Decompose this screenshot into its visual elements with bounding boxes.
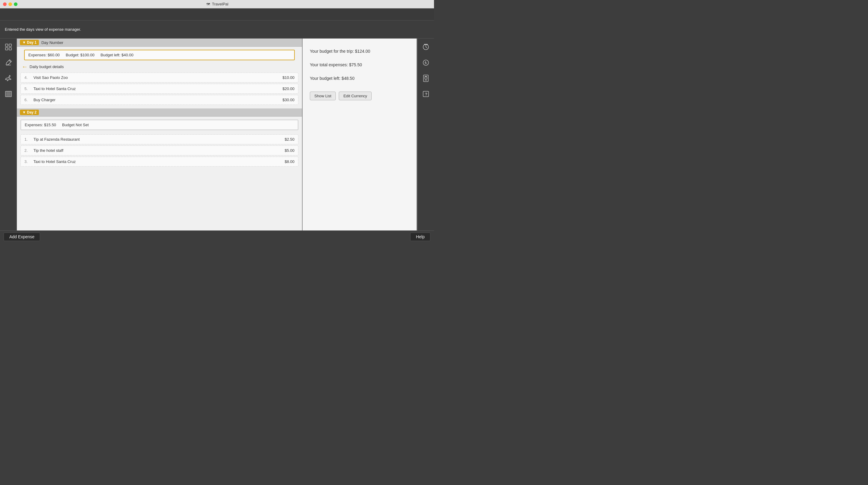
currency-icon[interactable]: ₺ bbox=[421, 57, 431, 68]
day1-budget-label: Budget: $100.00 bbox=[66, 53, 94, 57]
day2-expense-list: 1. Tip at Fazenda Restaurant $2.50 2. Ti… bbox=[17, 133, 302, 170]
center-area: ▼ Day 1 Day Number Expenses: $60.00 Budg… bbox=[17, 38, 417, 230]
svg-point-18 bbox=[425, 77, 427, 79]
main-area: ▼ Day 1 Day Number Expenses: $60.00 Budg… bbox=[0, 38, 434, 230]
day1-budget: Expenses: $60.00 Budget: $100.00 Budget … bbox=[24, 50, 295, 60]
budget-left-text: Your budget left: $48.50 bbox=[310, 75, 409, 82]
day2-budget-not-set: Budget Not Set bbox=[62, 123, 89, 127]
window-controls[interactable] bbox=[3, 2, 18, 6]
maximize-button[interactable] bbox=[14, 2, 18, 6]
add-expense-button[interactable]: Add Expense bbox=[4, 232, 40, 241]
svg-rect-1 bbox=[9, 44, 11, 46]
day2-tag: ▼ Day 2 bbox=[20, 110, 39, 115]
expense-item[interactable]: 4. Visit Sao Paolo Zoo $10.00 bbox=[21, 73, 299, 83]
budget-annotation-arrow: ← bbox=[22, 63, 28, 70]
passport-icon[interactable] bbox=[421, 73, 431, 84]
sidebar-edit[interactable] bbox=[3, 57, 14, 68]
svg-text:₺: ₺ bbox=[425, 61, 427, 65]
title-bar: 🗺 TravelPal bbox=[0, 0, 434, 8]
expense-item[interactable]: 2. Tip the hotel staff $5.00 bbox=[21, 146, 299, 156]
total-expenses-text: Your total expenses: $75.50 bbox=[310, 61, 409, 69]
close-button[interactable] bbox=[3, 2, 7, 6]
expense-item[interactable]: 1. Tip at Fazenda Restaurant $2.50 bbox=[21, 134, 299, 144]
svg-rect-2 bbox=[5, 47, 8, 50]
day1-budget-left-label: Budget left: $40.00 bbox=[101, 53, 133, 57]
right-sidebar: ₺ ? bbox=[417, 38, 434, 230]
status-message: Entered the days view of expense manager… bbox=[5, 27, 81, 32]
summary-panel: Your budget for the trip: $124.00 Your t… bbox=[303, 38, 417, 230]
sidebar-flight[interactable] bbox=[3, 73, 14, 84]
day1-expense-list: 4. Visit Sao Paolo Zoo $10.00 5. Taxi to… bbox=[17, 71, 302, 108]
left-sidebar bbox=[0, 38, 17, 230]
day2-expenses-label: Expenses: $15.50 bbox=[25, 123, 56, 127]
expense-panel: ▼ Day 1 Day Number Expenses: $60.00 Budg… bbox=[17, 38, 303, 230]
command-input[interactable] bbox=[4, 12, 430, 17]
expense-item[interactable]: 5. Taxi to Hotel Santa Cruz $20.00 bbox=[21, 84, 299, 94]
day1-expenses-label: Expenses: $60.00 bbox=[28, 53, 60, 57]
day1-section: ▼ Day 1 Day Number Expenses: $60.00 Budg… bbox=[17, 38, 302, 108]
summary-actions: Show List Edit Currency bbox=[310, 92, 409, 100]
clock-icon[interactable] bbox=[421, 41, 431, 53]
app-icon: 🗺 bbox=[206, 2, 210, 7]
day1-title: Day Number bbox=[41, 40, 63, 45]
status-bar: Entered the days view of expense manager… bbox=[0, 21, 434, 38]
svg-line-13 bbox=[426, 47, 427, 48]
sidebar-grid[interactable] bbox=[3, 41, 14, 53]
bottom-bar: Add Expense Help bbox=[0, 230, 434, 243]
expense-item[interactable]: 3. Taxi to Hotel Santa Cruz $8.00 bbox=[21, 157, 299, 167]
svg-text:?: ? bbox=[425, 92, 427, 96]
command-bar[interactable] bbox=[0, 8, 434, 21]
expense-item[interactable]: 6. Buy Charger $30.00 bbox=[21, 95, 299, 105]
edit-currency-button[interactable]: Edit Currency bbox=[339, 92, 372, 100]
svg-rect-14 bbox=[424, 44, 428, 45]
sidebar-list[interactable] bbox=[3, 89, 14, 99]
day2-header[interactable]: ▼ Day 2 bbox=[17, 108, 302, 117]
day2-budget: Expenses: $15.50 Budget Not Set bbox=[21, 120, 299, 130]
app-title: 🗺 TravelPal bbox=[206, 2, 228, 7]
svg-rect-3 bbox=[9, 47, 11, 50]
day2-section: ▼ Day 2 Expenses: $15.50 Budget Not Set … bbox=[17, 108, 302, 170]
help-sidebar-icon[interactable]: ? bbox=[421, 89, 431, 99]
show-list-button[interactable]: Show List bbox=[310, 92, 336, 100]
day1-header[interactable]: ▼ Day 1 Day Number bbox=[17, 38, 302, 47]
trip-budget-text: Your budget for the trip: $124.00 bbox=[310, 47, 409, 55]
minimize-button[interactable] bbox=[8, 2, 12, 6]
budget-annotation-text: Daily budget details bbox=[30, 64, 64, 69]
day1-tag: ▼ Day 1 bbox=[20, 40, 39, 45]
help-button[interactable]: Help bbox=[410, 232, 430, 241]
svg-rect-0 bbox=[5, 44, 8, 46]
